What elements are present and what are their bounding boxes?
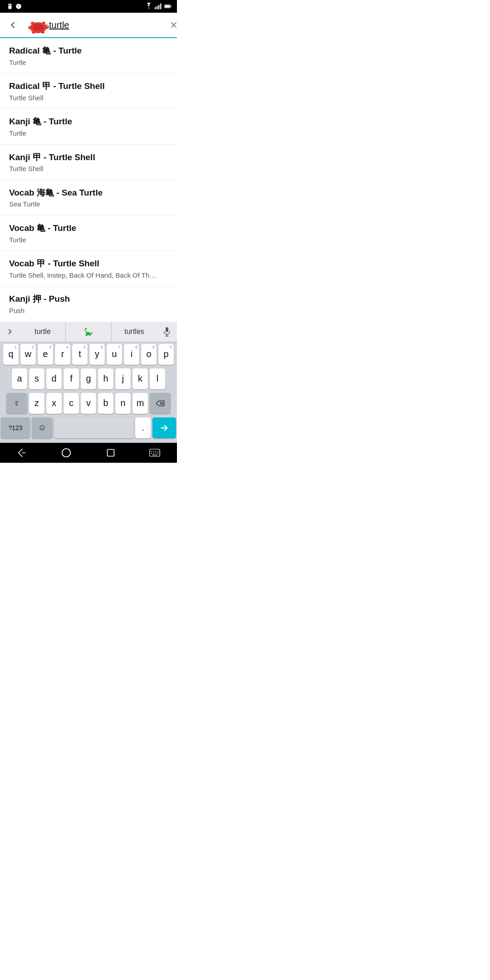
back-button[interactable]: [5, 17, 21, 33]
suggestion-turtles[interactable]: turtles: [112, 322, 157, 342]
result-item-3[interactable]: Kanji 甲 - Turtle ShellTurtle Shell: [0, 145, 177, 180]
key-k[interactable]: k: [132, 368, 148, 389]
svg-rect-9: [160, 4, 161, 10]
result-item-4[interactable]: Vocab 海亀 - Sea TurtleSea Turtle: [0, 180, 177, 216]
key-e[interactable]: 3e: [38, 344, 53, 365]
result-item-7[interactable]: Kanji 押 - PushPush: [0, 286, 177, 322]
svg-rect-11: [171, 5, 172, 7]
key-enter[interactable]: [152, 417, 176, 438]
result-item-5[interactable]: Vocab 亀 - TurtleTurtle: [0, 216, 177, 251]
search-input[interactable]: [47, 20, 166, 30]
key-t[interactable]: 5t: [72, 344, 88, 365]
suggestion-emoji[interactable]: 🦕: [66, 322, 112, 342]
result-sub-0: Turtle: [9, 58, 168, 67]
key-period[interactable]: .: [135, 417, 151, 438]
key-s[interactable]: s: [29, 368, 44, 389]
key-v[interactable]: v: [81, 393, 96, 414]
key-o[interactable]: 9o: [141, 344, 157, 365]
search-results: Radical 亀 - TurtleTurtleRadical 甲 - Turt…: [0, 38, 177, 322]
svg-rect-31: [107, 449, 114, 456]
result-title-3: Kanji 甲 - Turtle Shell: [9, 152, 168, 163]
key-w[interactable]: 2w: [20, 344, 36, 365]
result-item-6[interactable]: Vocab 甲 - Turtle ShellTurtle Shell, Inst…: [0, 251, 177, 286]
key-shift[interactable]: ⇧: [6, 393, 27, 414]
search-input-wrap: [47, 20, 166, 30]
nav-keyboard-button[interactable]: [141, 443, 168, 463]
key-backspace[interactable]: [150, 393, 171, 414]
result-item-2[interactable]: Kanji 亀 - TurtleTurtle: [0, 109, 177, 144]
result-item-0[interactable]: Radical 亀 - TurtleTurtle: [0, 38, 177, 74]
result-title-0: Radical 亀 - Turtle: [9, 45, 168, 57]
svg-rect-2: [10, 5, 11, 5]
key-g[interactable]: g: [81, 368, 96, 389]
key-p[interactable]: 0p: [158, 344, 174, 365]
svg-text:!: !: [18, 5, 19, 8]
suggestions-expand-button[interactable]: [0, 322, 20, 342]
notification-icon: !: [15, 3, 22, 10]
svg-rect-12: [165, 5, 170, 7]
key-numbers[interactable]: ?123: [1, 417, 30, 438]
key-y[interactable]: 6y: [89, 344, 105, 365]
key-n[interactable]: n: [115, 393, 131, 414]
svg-point-5: [148, 8, 149, 9]
result-title-5: Vocab 亀 - Turtle: [9, 223, 168, 234]
key-space[interactable]: [54, 417, 133, 438]
keyboard-row-3: ⇧ z x c v b n m: [0, 391, 177, 416]
battery-icon: [164, 3, 172, 10]
key-d[interactable]: d: [46, 368, 62, 389]
key-emoji[interactable]: ☺: [32, 417, 53, 438]
result-sub-2: Turtle: [9, 129, 168, 138]
nav-back-button[interactable]: [9, 443, 36, 463]
nav-home-button[interactable]: [53, 443, 80, 463]
result-title-4: Vocab 海亀 - Sea Turtle: [9, 187, 168, 199]
key-h[interactable]: h: [98, 368, 113, 389]
result-title-2: Kanji 亀 - Turtle: [9, 116, 168, 127]
key-b[interactable]: b: [98, 393, 113, 414]
result-sub-3: Turtle Shell: [9, 164, 168, 173]
svg-rect-6: [155, 7, 156, 10]
svg-point-16: [28, 26, 32, 29]
result-title-6: Vocab 甲 - Turtle Shell: [9, 258, 168, 270]
sim-icon: [7, 3, 14, 10]
nav-bar: [0, 443, 177, 463]
mic-button[interactable]: [157, 322, 177, 342]
key-z[interactable]: z: [29, 393, 44, 414]
key-j[interactable]: j: [115, 368, 131, 389]
nav-recents-button[interactable]: [97, 443, 124, 463]
key-i[interactable]: 8i: [124, 344, 139, 365]
suggestion-turtle[interactable]: turtle: [20, 322, 66, 342]
keyboard-row-2: a s d f g h j k l: [0, 367, 177, 391]
search-header: [0, 13, 177, 38]
svg-point-14: [33, 24, 44, 31]
svg-point-30: [62, 448, 70, 456]
svg-rect-8: [158, 5, 159, 10]
result-sub-7: Push: [9, 306, 168, 315]
status-bar: !: [0, 0, 177, 13]
app-logo[interactable]: [24, 18, 44, 32]
key-a[interactable]: a: [12, 368, 27, 389]
signal-icon: [155, 3, 162, 10]
keyboard-row-4: ?123 ☺ .: [0, 416, 177, 440]
svg-rect-24: [166, 327, 168, 332]
svg-rect-0: [8, 4, 11, 9]
key-c[interactable]: c: [64, 393, 79, 414]
clear-button[interactable]: [169, 18, 177, 32]
svg-rect-7: [157, 6, 157, 9]
result-sub-6: Turtle Shell, Instep, Back Of Hand, Back…: [9, 271, 168, 280]
key-f[interactable]: f: [64, 368, 79, 389]
wifi-icon: [145, 3, 152, 10]
svg-rect-32: [150, 449, 160, 456]
result-sub-5: Turtle: [9, 235, 168, 245]
keyboard: turtle 🦕 turtles 1q 2w 3e 4r 5t 6y 7u 8i…: [0, 322, 177, 443]
svg-rect-1: [9, 5, 10, 6]
result-item-1[interactable]: Radical 甲 - Turtle ShellTurtle Shell: [0, 74, 177, 109]
key-x[interactable]: x: [46, 393, 62, 414]
key-m[interactable]: m: [132, 393, 148, 414]
key-u[interactable]: 7u: [107, 344, 122, 365]
key-r[interactable]: 4r: [55, 344, 70, 365]
key-l[interactable]: l: [150, 368, 165, 389]
result-title-1: Radical 甲 - Turtle Shell: [9, 81, 168, 92]
keyboard-row-1: 1q 2w 3e 4r 5t 6y 7u 8i 9o 0p: [0, 342, 177, 367]
keyboard-suggestions-bar: turtle 🦕 turtles: [0, 322, 177, 342]
key-q[interactable]: 1q: [3, 344, 19, 365]
